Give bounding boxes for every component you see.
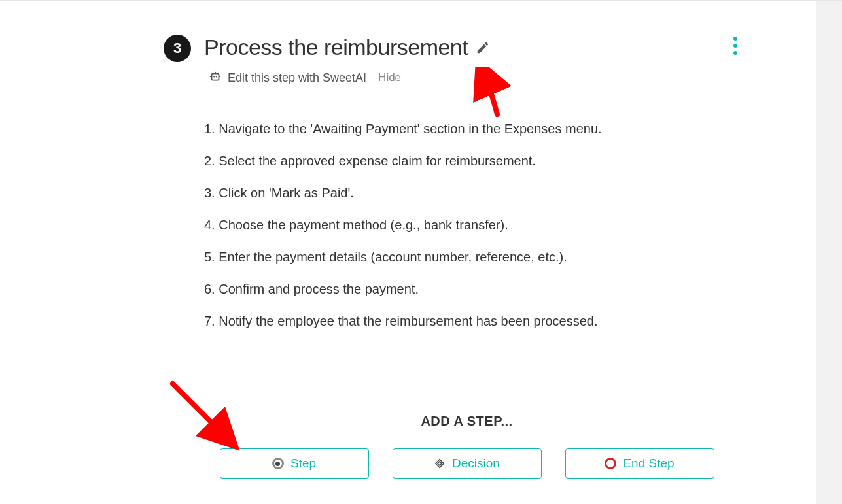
divider-bottom [203,388,731,388]
edit-with-ai-link[interactable]: Edit this step with SweetAI [228,71,366,85]
right-gutter [816,1,842,504]
more-options-icon[interactable] [728,36,743,56]
hide-link[interactable]: Hide [378,71,401,84]
end-step-circle-icon [605,458,616,469]
add-decision-button[interactable]: Decision [393,448,542,479]
decision-diamond-icon [434,458,446,469]
instruction-item: 2. Select the approved expense claim for… [204,154,743,169]
step-subtitle-row: Edit this step with SweetAI Hide [208,71,743,85]
step-number-text: 3 [173,40,181,57]
svg-rect-0 [436,460,444,468]
add-step-button-label: Step [290,456,316,471]
instruction-item: 4. Choose the payment method (e.g., bank… [204,218,743,233]
robot-icon [208,71,222,85]
pencil-icon[interactable] [476,41,490,55]
instruction-item: 5. Enter the payment details (account nu… [204,250,743,265]
svg-rect-1 [438,462,442,465]
instruction-item: 1. Navigate to the 'Awaiting Payment' se… [204,122,743,137]
add-decision-button-label: Decision [452,456,500,471]
instruction-item: 3. Click on 'Mark as Paid'. [204,186,743,201]
divider-top [203,10,731,10]
instruction-item: 7. Notify the employee that the reimburs… [204,314,743,329]
step-title-row: Process the reimbursement [204,35,743,60]
step-number-badge: 3 [164,35,191,62]
instruction-item: 6. Confirm and process the payment. [204,282,743,297]
step-dot-icon [272,458,284,469]
page-canvas: 3 Process the reimbursement Edit this st… [0,0,842,504]
add-step-section: ADD A STEP... Step Decision End Step [203,414,731,479]
add-step-button[interactable]: Step [220,448,369,479]
add-step-buttons: Step Decision End Step [203,448,731,479]
step-card: 3 Process the reimbursement Edit this st… [167,35,743,346]
instruction-list: 1. Navigate to the 'Awaiting Payment' se… [204,122,743,329]
step-title: Process the reimbursement [204,35,468,60]
add-step-label: ADD A STEP... [203,414,731,429]
add-end-step-button-label: End Step [623,456,674,471]
add-end-step-button[interactable]: End Step [565,448,714,479]
